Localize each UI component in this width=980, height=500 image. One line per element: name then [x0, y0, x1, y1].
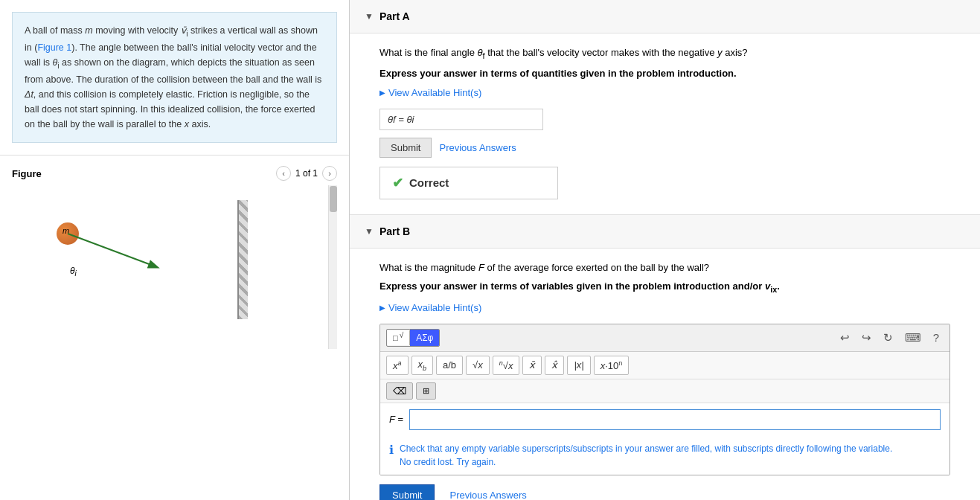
part-a-correct-box: ✔ Correct — [379, 167, 558, 199]
undo-button[interactable]: ↩ — [836, 330, 854, 346]
part-a-answer-row — [379, 109, 950, 130]
sigma-button[interactable]: ΑΣφ — [410, 330, 439, 346]
part-b-answer-input[interactable] — [409, 409, 941, 430]
info-icon: ℹ — [389, 443, 394, 457]
sym-nthroot-btn[interactable]: n√x — [493, 356, 520, 375]
part-a-hint-link[interactable]: View Available Hint(s) — [379, 87, 481, 98]
math-input-area: F = — [380, 403, 949, 436]
error-box: ℹ Check that any empty variable superscr… — [380, 436, 949, 475]
redo-button[interactable]: ↪ — [857, 330, 876, 346]
angle-label: θi — [70, 266, 77, 278]
figure-area: Figure ‹ 1 of 1 › m — [0, 155, 349, 500]
sym-sqrt-btn[interactable]: √x — [466, 356, 490, 375]
sym-subscript-btn[interactable]: xb — [411, 356, 434, 375]
toolbar-group-main: □√ ΑΣφ — [386, 329, 440, 347]
figure-link[interactable]: Figure 1 — [37, 42, 71, 53]
velocity-arrow — [12, 185, 235, 334]
part-b-section: ▼ Part B What is the magnitude F of the … — [350, 215, 980, 500]
part-a-submit-button[interactable]: Submit — [379, 138, 432, 158]
part-b-chevron: ▼ — [365, 226, 374, 237]
expand-button[interactable]: ⊞ — [416, 382, 436, 400]
sym-bar-btn[interactable]: x̄ — [522, 356, 542, 375]
sym-power-btn[interactable]: xa — [386, 356, 409, 375]
correct-label: Correct — [409, 176, 449, 189]
sqrt-button[interactable]: □√ — [387, 330, 410, 345]
figure-prev-button[interactable]: ‹ — [276, 166, 291, 181]
part-a-section: ▼ Part A What is the final angle θf that… — [350, 0, 980, 215]
part-b-body: What is the magnitude F of the average f… — [350, 249, 980, 500]
figure-next-button[interactable]: › — [322, 166, 337, 181]
part-a-prev-answers-link[interactable]: Previous Answers — [439, 142, 516, 153]
sym-fraction-btn[interactable]: a/b — [436, 356, 463, 375]
figure-page: 1 of 1 — [295, 168, 318, 179]
backspace-button[interactable]: ⌫ — [386, 382, 413, 400]
part-a-question: What is the final angle θf that the ball… — [379, 45, 950, 62]
check-icon: ✔ — [392, 175, 403, 191]
part-b-hint-link[interactable]: View Available Hint(s) — [379, 302, 481, 313]
part-a-header[interactable]: ▼ Part A — [350, 0, 980, 33]
part-b-submit-button[interactable]: Submit — [379, 484, 435, 500]
figure-navigation: ‹ 1 of 1 › — [276, 166, 337, 181]
figure-header: Figure ‹ 1 of 1 › — [12, 161, 337, 185]
error-text: Check that any empty variable superscrip… — [400, 442, 892, 469]
help-button[interactable]: ? — [929, 330, 944, 345]
part-b-express: Express your answer in terms of variable… — [379, 281, 950, 294]
part-b-bottom-row: Submit Previous Answers — [379, 484, 950, 500]
keyboard-button[interactable]: ⌨ — [900, 330, 926, 346]
problem-description: A ball of mass m moving with velocity v̄… — [12, 12, 337, 143]
part-a-answer-input[interactable] — [379, 109, 543, 130]
part-a-express: Express your answer in terms of quantiti… — [379, 68, 950, 79]
svg-line-0 — [68, 234, 157, 267]
part-a-chevron: ▼ — [365, 11, 374, 22]
scroll-thumb — [330, 186, 337, 212]
right-panel: ▼ Part A What is the final angle θf that… — [350, 0, 980, 500]
part-b-title: Part B — [379, 225, 410, 237]
part-b-header[interactable]: ▼ Part B — [350, 215, 980, 249]
reset-button[interactable]: ↻ — [879, 330, 897, 346]
scroll-bar[interactable] — [328, 185, 337, 349]
left-panel: A ball of mass m moving with velocity v̄… — [0, 0, 350, 500]
sym-sci-btn[interactable]: x·10n — [594, 356, 630, 375]
math-toolbar-top: □√ ΑΣφ ↩ ↪ ↻ ⌨ ? — [380, 324, 949, 352]
sym-hat-btn[interactable]: x̂ — [545, 356, 564, 375]
part-a-title: Part A — [379, 10, 410, 22]
math-action-row: ⌫ ⊞ — [380, 379, 949, 403]
f-equals-label: F = — [389, 414, 403, 425]
math-toolbar-wrapper: □√ ΑΣφ ↩ ↪ ↻ ⌨ ? xa xb a/b √x — [379, 324, 950, 475]
part-b-question: What is the magnitude F of the average f… — [379, 260, 950, 275]
math-symbols-row: xa xb a/b √x n√x x̄ x̂ |x| x·10n — [380, 352, 949, 379]
part-b-prev-answers-link[interactable]: Previous Answers — [449, 490, 526, 500]
part-a-body: What is the final angle θf that the ball… — [350, 33, 980, 214]
figure-label: Figure — [12, 168, 42, 179]
wall-figure — [237, 200, 248, 319]
sym-abs-btn[interactable]: |x| — [567, 356, 590, 375]
